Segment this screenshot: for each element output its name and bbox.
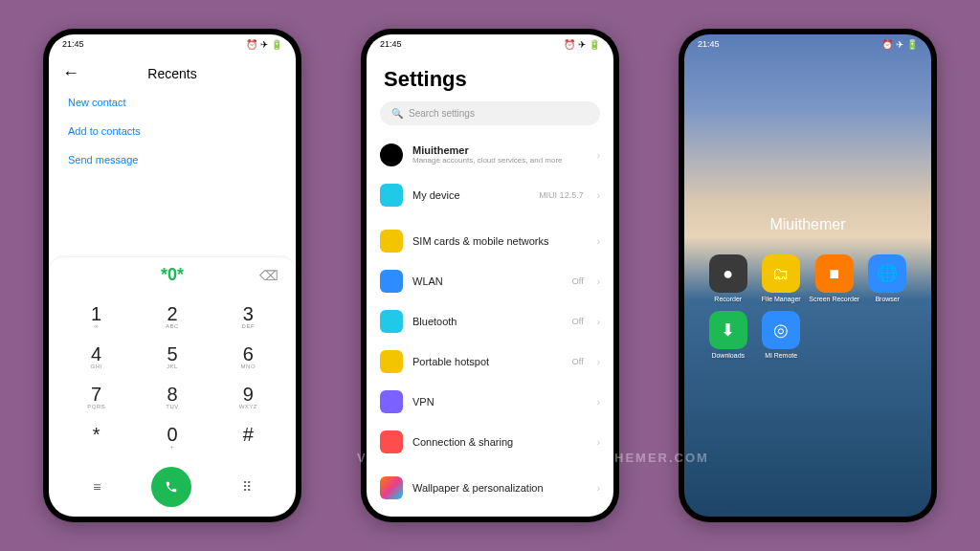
settings-list: Miuithemer Manage accounts, cloud servic…	[367, 135, 613, 517]
key-1[interactable]: 1∞	[58, 297, 134, 337]
back-icon[interactable]: ←	[62, 63, 79, 83]
key-8[interactable]: 8TUV	[134, 377, 210, 417]
device-icon	[380, 184, 403, 207]
key-2[interactable]: 2ABC	[134, 297, 210, 337]
app-downloads[interactable]: ⬇Downloads	[702, 311, 754, 360]
statusbar: 21:45 ⏰ ✈ 🔋	[367, 34, 613, 54]
app-label: File Manager	[762, 296, 801, 303]
row-label: Bluetooth	[412, 316, 563, 327]
app-label: Recorder	[714, 296, 742, 303]
status-time: 21:45	[62, 39, 84, 49]
phone-settings: 21:45 ⏰ ✈ 🔋 Settings 🔍 Search settings M…	[361, 29, 619, 522]
status-time: 21:45	[698, 39, 720, 49]
settings-row-conn[interactable]: Connection & sharing›	[367, 422, 613, 462]
backspace-icon[interactable]: ⌫	[259, 268, 278, 283]
app-icon: 🌐	[868, 254, 906, 293]
row-meta: Off	[572, 317, 584, 326]
app-recorder[interactable]: ●Recorder	[702, 254, 754, 303]
row-label: SIM cards & mobile networks	[412, 235, 588, 247]
chevron-icon: ›	[597, 437, 600, 448]
settings-row-hotspot[interactable]: Portable hotspotOff›	[367, 342, 613, 382]
app-grid: ●Recorder🗂File Manager■Screen Recorder🌐B…	[684, 254, 931, 359]
menu-icon[interactable]: ≡	[93, 479, 100, 495]
row-meta: Off	[572, 357, 584, 366]
settings-row-device[interactable]: My deviceMIUI 12.5.7›	[367, 175, 613, 215]
settings-row-bt[interactable]: BluetoothOff›	[367, 301, 613, 342]
app-icon: ⬇	[709, 311, 747, 349]
search-placeholder: Search settings	[409, 108, 475, 119]
app-mi-remote[interactable]: ◎Mi Remote	[755, 311, 807, 360]
app-label: Downloads	[711, 352, 745, 360]
chevron-icon: ›	[597, 150, 600, 161]
dialpad-icon[interactable]: ⠿	[242, 479, 252, 495]
app-file-manager[interactable]: 🗂File Manager	[755, 254, 807, 303]
dial-area: *0* ⌫ 1∞2ABC3DEF4GHI5JKL6MNO7PQRS8TUV9WX…	[49, 169, 296, 517]
home-title: Miuithemer	[684, 216, 931, 233]
keypad: 1∞2ABC3DEF4GHI5JKL6MNO7PQRS8TUV9WXYZ*0+#	[49, 293, 296, 461]
conn-icon	[380, 430, 403, 453]
settings-row-wlan[interactable]: WLANOff›	[367, 261, 613, 301]
phone-icon	[165, 480, 178, 494]
dialer-title: Recents	[79, 66, 265, 81]
dial-entry: *0* ⌫	[49, 256, 296, 293]
statusbar: 21:45 ⏰ ✈ 🔋	[684, 34, 931, 54]
link-new-contact[interactable]: New contact	[68, 97, 277, 108]
avatar	[380, 143, 403, 166]
account-name: Miuithemer	[412, 144, 588, 156]
settings-screen: 21:45 ⏰ ✈ 🔋 Settings 🔍 Search settings M…	[367, 34, 613, 517]
row-meta: MIUI 12.5.7	[539, 190, 584, 200]
key-*[interactable]: *	[58, 417, 134, 457]
row-label: Portable hotspot	[412, 356, 563, 367]
link-send-message[interactable]: Send message	[68, 154, 277, 165]
settings-account-row[interactable]: Miuithemer Manage accounts, cloud servic…	[367, 135, 613, 175]
key-5[interactable]: 5JKL	[134, 337, 210, 377]
status-time: 21:45	[380, 39, 402, 49]
app-icon: ●	[709, 254, 747, 293]
link-add-contact[interactable]: Add to contacts	[68, 125, 277, 137]
settings-title: Settings	[367, 54, 613, 101]
dialer-header: ← Recents	[49, 54, 296, 93]
home-screen: 21:45 ⏰ ✈ 🔋 Miuithemer ●Recorder🗂File Ma…	[684, 34, 931, 517]
bt-icon	[380, 310, 403, 333]
app-label: Screen Recorder	[809, 296, 859, 303]
chevron-icon: ›	[597, 190, 600, 201]
chevron-icon: ›	[597, 317, 600, 327]
vpn-icon	[380, 390, 403, 413]
key-4[interactable]: 4GHI	[58, 337, 134, 377]
row-meta: Off	[572, 276, 584, 286]
account-sub: Manage accounts, cloud services, and mor…	[412, 156, 588, 165]
wall-icon	[380, 476, 403, 499]
settings-row-sim[interactable]: SIM cards & mobile networks›	[367, 221, 613, 261]
settings-row-vpn[interactable]: VPN›	[367, 382, 613, 422]
search-icon: 🔍	[391, 108, 403, 119]
chevron-icon: ›	[597, 276, 600, 287]
hotspot-icon	[380, 350, 403, 373]
row-label: Connection & sharing	[412, 436, 588, 448]
status-icons: ⏰ ✈ 🔋	[881, 39, 918, 50]
chevron-icon: ›	[597, 483, 600, 494]
status-icons: ⏰ ✈ 🔋	[246, 39, 282, 50]
call-button[interactable]	[151, 467, 191, 507]
chevron-icon: ›	[597, 236, 600, 247]
chevron-icon: ›	[597, 397, 600, 408]
settings-row-wall[interactable]: Wallpaper & personalization›	[367, 468, 613, 508]
dialer-screen: 21:45 ⏰ ✈ 🔋 ← Recents New contact Add to…	[49, 34, 296, 517]
app-label: Browser	[875, 296, 900, 303]
dial-value: *0*	[161, 265, 184, 285]
app-icon: ■	[815, 254, 854, 293]
phone-dialer: 21:45 ⏰ ✈ 🔋 ← Recents New contact Add to…	[43, 29, 301, 522]
dialer-links: New contact Add to contacts Send message	[49, 93, 296, 169]
search-input[interactable]: 🔍 Search settings	[380, 101, 600, 125]
key-3[interactable]: 3DEF	[211, 297, 286, 337]
key-6[interactable]: 6MNO	[211, 337, 286, 377]
app-screen-recorder[interactable]: ■Screen Recorder	[809, 254, 860, 303]
key-#[interactable]: #	[211, 417, 286, 457]
key-9[interactable]: 9WXYZ	[211, 377, 286, 417]
key-0[interactable]: 0+	[134, 417, 210, 457]
dialer-bottom: ≡ ⠿	[49, 461, 296, 517]
statusbar: 21:45 ⏰ ✈ 🔋	[49, 34, 296, 54]
row-label: My device	[412, 189, 529, 201]
app-browser[interactable]: 🌐Browser	[861, 254, 913, 303]
chevron-icon: ›	[597, 357, 600, 367]
key-7[interactable]: 7PQRS	[58, 377, 134, 417]
